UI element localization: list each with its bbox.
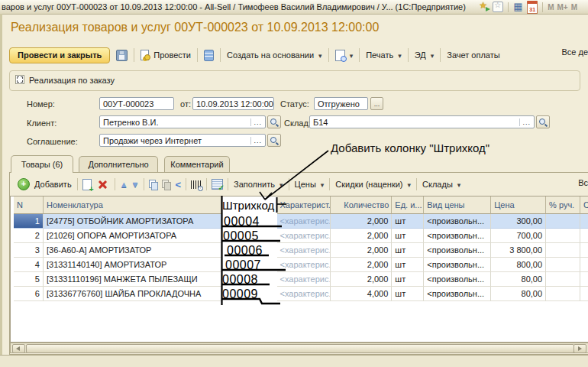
memory-mplus-button[interactable]: M+ — [557, 3, 567, 11]
cell-characteristic[interactable]: <характерис... — [277, 214, 331, 229]
cell-price[interactable]: 800,00 — [491, 258, 546, 272]
table-all-actions-button[interactable]: Вс — [578, 178, 588, 187]
cell-manual-pct[interactable] — [546, 272, 580, 287]
copy-icon[interactable] — [149, 180, 159, 190]
cell-characteristic[interactable]: <характерис... — [277, 243, 331, 258]
cell-price-kind[interactable]: <произвольн... — [424, 243, 491, 258]
warehouse-search-button[interactable] — [536, 115, 550, 128]
cell-price[interactable]: 80,00 — [491, 272, 546, 287]
cell-price[interactable]: 300,00 — [491, 214, 546, 229]
cell-price-kind[interactable]: <произвольн... — [424, 229, 491, 243]
cell-price-kind[interactable]: <произвольн... — [424, 258, 491, 272]
header-quantity[interactable]: Количество — [331, 196, 392, 214]
tab-comment[interactable]: Комментарий — [164, 156, 230, 172]
cell-quantity[interactable]: 2,000 — [331, 258, 392, 272]
memory-m-button[interactable]: M — [548, 3, 554, 11]
register-records-button[interactable] — [202, 48, 216, 63]
cell-discount[interactable] — [580, 243, 588, 258]
favorites-icon[interactable] — [493, 2, 503, 12]
header-unit[interactable]: Ед. и... — [392, 196, 424, 214]
client-search-button[interactable] — [267, 115, 281, 128]
create-based-on-button[interactable]: Создать на основании — [225, 49, 325, 61]
document-journal-button[interactable] — [333, 48, 356, 63]
cell-unit[interactable]: шт — [392, 214, 424, 229]
cell-characteristic[interactable]: <характерис... — [277, 272, 331, 287]
cell-n[interactable]: 3 — [14, 243, 44, 258]
header-n[interactable]: N — [14, 196, 44, 214]
warehouses-menu-button[interactable]: Склады — [420, 178, 463, 190]
share-icon[interactable]: < — [175, 180, 181, 190]
cell-price[interactable]: 3 800,00 — [491, 243, 546, 258]
calculator-icon[interactable] — [513, 2, 524, 12]
header-characteristic[interactable]: Характерист... — [277, 196, 331, 214]
move-up-icon[interactable]: ▲ — [120, 180, 128, 189]
cell-price-kind[interactable]: <произвольн... — [424, 214, 491, 229]
cell-discount[interactable] — [580, 258, 588, 272]
payment-offset-button[interactable]: Зачет оплаты — [444, 49, 502, 61]
move-down-icon[interactable]: ▼ — [131, 180, 140, 189]
date-picker-icon[interactable] — [273, 99, 274, 109]
header-price-kind[interactable]: Вид цены — [424, 196, 491, 214]
cell-quantity[interactable]: 2,000 — [331, 272, 392, 287]
table-row[interactable]: 5 [31331110196] МАНЖЕТА ПЫЛЕЗАЩИ <характ… — [14, 272, 588, 287]
header-price[interactable]: Цена — [491, 196, 546, 214]
scrollbar-thumb[interactable] — [26, 344, 574, 353]
tab-goods[interactable]: Товары (6) — [11, 155, 73, 173]
cell-quantity[interactable]: 2,000 — [331, 214, 392, 229]
cell-price-kind[interactable]: <произвольн... — [424, 272, 491, 287]
warehouse-select-button[interactable]: ... — [519, 119, 531, 126]
prices-menu-button[interactable]: Цены — [292, 178, 327, 190]
all-actions-button[interactable]: Все де — [561, 47, 588, 57]
number-input[interactable]: 00УТ-000023 — [99, 97, 174, 110]
save-button[interactable] — [114, 48, 130, 63]
status-input[interactable]: Отгружено — [314, 97, 368, 110]
cell-discount[interactable] — [580, 229, 588, 243]
scroll-right-button[interactable] — [573, 344, 586, 353]
cell-manual-pct[interactable] — [546, 214, 580, 229]
cell-price[interactable]: 700,00 — [491, 229, 546, 243]
cell-unit[interactable]: шт — [392, 229, 424, 243]
table-row[interactable]: 1 [24775] ОТБОЙНИК АМОРТИЗАТОРА <характе… — [14, 214, 588, 229]
cell-characteristic[interactable]: <характерис... — [277, 229, 331, 243]
cell-manual-pct[interactable] — [546, 229, 580, 243]
client-input[interactable]: Петренко В.И. ... — [99, 115, 266, 128]
scroll-left-button[interactable] — [12, 344, 25, 353]
cell-manual-pct[interactable] — [546, 243, 580, 258]
delete-row-icon[interactable] — [98, 180, 107, 189]
cell-manual-pct[interactable] — [546, 287, 580, 301]
cell-discount[interactable] — [580, 272, 588, 287]
warehouse-input[interactable]: Б14 ... — [309, 115, 535, 128]
agreement-search-button[interactable] — [267, 134, 281, 147]
cell-unit[interactable]: шт — [392, 287, 424, 301]
memory-m2-button[interactable]: M — [571, 3, 577, 11]
cell-characteristic[interactable]: <характерис... — [277, 258, 331, 272]
status-select-button[interactable]: ... — [370, 97, 383, 110]
cell-discount[interactable] — [580, 214, 588, 229]
agreement-input[interactable]: Продажи через Интернет ... — [99, 134, 266, 147]
cell-quantity[interactable]: 4,000 — [331, 287, 392, 301]
table-row[interactable]: 4 [31331140140] АМОРТИЗАТОР <характерис.… — [14, 258, 588, 272]
paste-icon[interactable] — [162, 180, 172, 190]
add-row-button[interactable]: Добавить — [14, 177, 74, 192]
cell-n[interactable]: 1 — [14, 214, 44, 229]
order-checkbox[interactable] — [15, 75, 24, 84]
cell-quantity[interactable]: 2,000 — [331, 229, 392, 243]
add-favorite-icon[interactable] — [479, 2, 489, 12]
cell-n[interactable]: 2 — [14, 229, 44, 243]
post-and-close-button[interactable]: Провести и закрыть — [9, 47, 110, 63]
agreement-select-button[interactable]: ... — [250, 137, 262, 145]
check-fill-icon[interactable] — [212, 179, 223, 190]
table-row[interactable]: 3 [36-А60-А] АМОРТИЗАТОР <характерис... … — [14, 243, 588, 258]
header-discount[interactable]: С — [580, 196, 588, 214]
table-row[interactable]: 2 [21026] ОПОРА АМОРТИЗАТОРА <характерис… — [14, 229, 588, 243]
cell-manual-pct[interactable] — [546, 258, 580, 272]
cell-price[interactable]: 80,00 — [491, 287, 546, 301]
cell-n[interactable]: 6 — [14, 287, 44, 301]
cell-characteristic[interactable]: <характерис... — [277, 287, 331, 301]
calendar-icon[interactable] — [527, 1, 538, 14]
client-select-button[interactable]: ... — [250, 119, 262, 126]
horizontal-scrollbar[interactable] — [10, 343, 588, 353]
cell-n[interactable]: 4 — [14, 258, 44, 272]
copy-row-icon[interactable] — [82, 179, 92, 190]
cell-quantity[interactable]: 2,000 — [331, 243, 392, 258]
